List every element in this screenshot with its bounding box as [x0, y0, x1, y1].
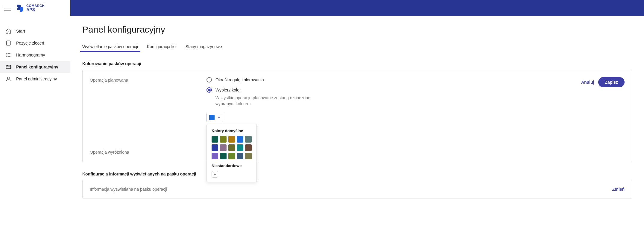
color-swatch[interactable]: [245, 153, 252, 159]
nav-label: Pozycje zleceń: [16, 41, 44, 45]
product-name: APS: [26, 7, 45, 12]
color-swatch[interactable]: [237, 136, 243, 143]
color-swatch[interactable]: [212, 144, 218, 151]
schedule-icon: [5, 52, 11, 58]
logo-mark-icon: [15, 4, 24, 13]
nav-item-admin-panel[interactable]: Panel administracyjny: [0, 73, 70, 85]
nav-label: Panel konfiguracyjny: [16, 65, 58, 69]
row-label-highlighted: Operacja wyróżniona: [90, 149, 206, 155]
svg-point-6: [7, 55, 7, 55]
tab-list-config[interactable]: Konfiguracja list: [147, 42, 177, 51]
color-swatch[interactable]: [220, 136, 227, 143]
popover-default-title: Kolory domyślne: [212, 129, 252, 133]
logo: COMARCH APS: [15, 4, 45, 13]
change-button[interactable]: Zmień: [612, 187, 625, 192]
topbar: [70, 0, 644, 16]
tab-stock-levels[interactable]: Stany magazynowe: [186, 42, 222, 51]
color-swatch[interactable]: [220, 153, 227, 159]
hint-text: Wszystkie operacje planowane zostaną ozn…: [215, 95, 329, 107]
chevron-up-icon: [217, 116, 221, 119]
radio-icon: [206, 77, 212, 83]
radio-define-rule[interactable]: Określ regułę kolorowania: [206, 77, 625, 83]
nav-item-start[interactable]: Start: [0, 25, 70, 37]
color-picker-trigger[interactable]: [206, 113, 223, 122]
logo-bar: COMARCH APS: [0, 0, 70, 16]
main: Panel konfiguracyjny Wyświetlanie pasków…: [70, 0, 644, 249]
tabs: Wyświetlanie pasków operacji Konfiguracj…: [82, 42, 632, 52]
coloring-card: Anuluj Zapisz Operacja planowana Określ …: [82, 70, 632, 162]
nav-item-config-panel[interactable]: Panel konfiguracyjny: [0, 61, 70, 73]
color-swatch[interactable]: [237, 153, 243, 159]
section-title-coloring: Kolorowanie pasków operacji: [82, 61, 632, 66]
color-swatch[interactable]: [228, 144, 235, 151]
home-icon: [5, 28, 11, 34]
radio-label: Określ regułę kolorowania: [215, 77, 264, 82]
nav-label: Start: [16, 29, 25, 33]
sidebar: COMARCH APS Start Pozycje zleceń: [0, 0, 70, 249]
color-swatch[interactable]: [245, 136, 252, 143]
color-swatch[interactable]: [237, 144, 243, 151]
swatch-grid: [212, 136, 252, 159]
tab-display-bars[interactable]: Wyświetlanie pasków operacji: [82, 42, 138, 51]
nav-label: Harmonogramy: [16, 53, 45, 57]
nav-label: Panel administracyjny: [16, 77, 57, 81]
nav-item-orders[interactable]: Pozycje zleceń: [0, 37, 70, 49]
selected-swatch: [209, 115, 215, 120]
svg-point-4: [7, 53, 7, 54]
color-swatch[interactable]: [228, 153, 235, 159]
row-label-planned: Operacja planowana: [90, 77, 206, 143]
info-config-card: Informacja wyświetlana na pasku operacji…: [82, 180, 632, 198]
svg-point-8: [7, 56, 7, 57]
color-popover: Kolory domyślne Niestandardowe +: [206, 124, 257, 182]
color-swatch[interactable]: [212, 153, 218, 159]
popover-custom-title: Niestandardowe: [212, 164, 252, 168]
nav-item-schedules[interactable]: Harmonogramy: [0, 49, 70, 61]
radio-icon: [206, 87, 212, 93]
color-swatch[interactable]: [245, 144, 252, 151]
svg-point-13: [8, 65, 8, 66]
page-title: Panel konfiguracyjny: [82, 25, 632, 35]
list-document-icon: [5, 40, 11, 46]
color-swatch[interactable]: [220, 144, 227, 151]
radio-label: Wybierz kolor: [215, 88, 241, 92]
radio-choose-color[interactable]: Wybierz kolor: [206, 87, 625, 93]
hamburger-icon[interactable]: [4, 6, 11, 10]
row-label-info-displayed: Informacja wyświetlana na pasku operacji: [90, 187, 206, 192]
color-swatch[interactable]: [212, 136, 218, 143]
section-title-info-config: Konfiguracja informacji wyświetlanych na…: [82, 172, 632, 176]
user-icon: [5, 76, 11, 82]
panel-icon: [5, 64, 11, 70]
nav: Start Pozycje zleceń Harmonogramy Panel …: [0, 16, 70, 85]
svg-point-12: [7, 65, 7, 66]
color-swatch[interactable]: [228, 136, 235, 143]
svg-point-14: [7, 77, 10, 79]
add-custom-color-button[interactable]: +: [212, 171, 218, 178]
